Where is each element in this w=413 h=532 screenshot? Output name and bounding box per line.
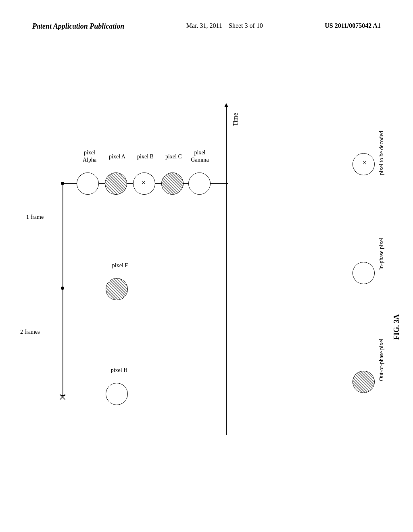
pixel-f-label: pixel F [109, 262, 131, 269]
frame-label-1: 1 frame [26, 214, 44, 221]
publication-date-sheet: Mar. 31, 2011 Sheet 3 of 10 [186, 22, 263, 29]
time-axis-line [226, 105, 227, 435]
pixel-alpha-label: pixelAlpha [77, 149, 102, 164]
pixel-a-label: pixel A [106, 153, 128, 160]
publication-date: Mar. 31, 2011 [186, 22, 222, 29]
legend-pixel-to-decode: pixel to be decoded [378, 131, 385, 175]
pixel-f-circle [106, 278, 128, 300]
frame-label-2: 2 frames [20, 328, 40, 336]
pixel-alpha-circle-row1 [77, 172, 99, 195]
sheet-info: Sheet 3 of 10 [229, 22, 263, 29]
pixel-c-label: pixel C [163, 153, 185, 160]
dot-marker-top [61, 182, 64, 185]
page-header: Patent Application Publication Mar. 31, … [0, 22, 413, 31]
x-axis-bottom [60, 394, 65, 400]
pixel-b-label: pixel B [134, 153, 156, 160]
pixel-a-circle-row1 [105, 172, 127, 195]
publication-title: Patent Application Publication [32, 22, 124, 31]
pixel-gamma-circle-row1 [188, 172, 211, 195]
pixel-to-decode-label: pixel to be decoded [378, 131, 385, 175]
pixel-gamma-label: pixelGamma [187, 149, 213, 164]
pixel-b-x-marker: × [142, 179, 146, 187]
legend-out-of-phase: Out-of-phase pixel [378, 339, 385, 381]
dot-marker-mid [61, 287, 64, 290]
in-phase-label: In-phase pixel [378, 238, 385, 270]
pixel-c-circle-row1 [161, 172, 184, 195]
in-phase-circle [353, 262, 375, 284]
figure-label: FIG. 3A [392, 314, 401, 340]
publication-number: US 2011/0075042 A1 [325, 22, 381, 29]
time-axis-label: Time [232, 113, 239, 126]
out-of-phase-label: Out-of-phase pixel [378, 339, 385, 381]
pixel-h-label: pixel H [108, 367, 130, 374]
pixel-to-decode-x: × [363, 159, 367, 167]
diagram-container: Time 1 frame 2 frames pixelAlpha pixel A… [0, 64, 413, 508]
legend-in-phase: In-phase pixel [378, 238, 385, 270]
out-of-phase-circle [353, 371, 375, 393]
pixel-h-circle [106, 383, 128, 405]
